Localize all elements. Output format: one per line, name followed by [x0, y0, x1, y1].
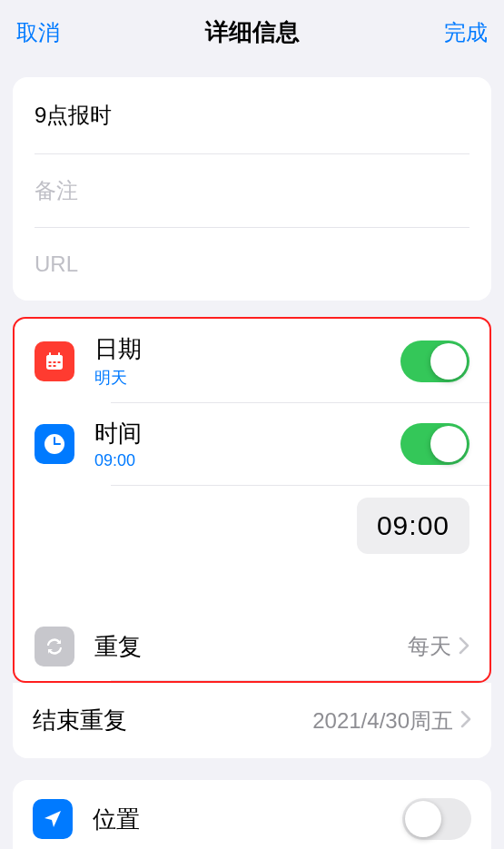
- repeat-row[interactable]: 重复 每天: [15, 614, 489, 681]
- blank-spacer: [15, 570, 489, 614]
- end-repeat-row[interactable]: 结束重复 2021/4/30周五: [13, 683, 491, 758]
- location-card: 位置: [13, 780, 491, 849]
- fields-card: 9点报时: [13, 77, 491, 301]
- notes-field-row: [35, 154, 469, 228]
- time-subtext: 09:00: [94, 451, 400, 470]
- time-toggle[interactable]: [400, 423, 469, 465]
- clock-icon: [35, 424, 74, 464]
- svg-rect-5: [54, 361, 56, 363]
- title-input[interactable]: 9点报时: [35, 101, 469, 130]
- location-label: 位置: [93, 804, 402, 835]
- repeat-label: 重复: [94, 631, 408, 663]
- time-row[interactable]: 时间 09:00: [15, 403, 489, 485]
- time-label: 时间: [94, 418, 400, 449]
- time-picker[interactable]: 09:00: [357, 498, 469, 554]
- date-label: 日期: [94, 333, 400, 365]
- notes-input[interactable]: [35, 178, 469, 203]
- date-subtext: 明天: [94, 367, 400, 389]
- cancel-button[interactable]: 取消: [16, 18, 60, 47]
- location-row[interactable]: 位置: [13, 780, 491, 849]
- repeat-icon: [35, 627, 74, 666]
- svg-rect-2: [49, 352, 51, 357]
- date-toggle[interactable]: [400, 341, 469, 382]
- url-field-row: [35, 228, 469, 301]
- time-picker-area: 09:00: [15, 485, 489, 570]
- schedule-card: 日期 明天 时间 09:00 09:00: [13, 317, 491, 683]
- svg-rect-3: [58, 352, 60, 357]
- svg-rect-7: [49, 365, 52, 367]
- end-repeat-label: 结束重复: [33, 705, 127, 736]
- calendar-icon: [35, 341, 74, 381]
- svg-rect-4: [49, 361, 52, 363]
- location-icon: [33, 799, 73, 839]
- svg-rect-6: [58, 361, 61, 363]
- title-field-row: 9点报时: [35, 77, 469, 154]
- page-title: 详细信息: [205, 16, 300, 48]
- chevron-right-icon: [459, 633, 469, 661]
- chevron-right-icon: [460, 706, 471, 735]
- date-row[interactable]: 日期 明天: [15, 319, 489, 403]
- svg-rect-1: [46, 355, 63, 360]
- repeat-value: 每天: [408, 632, 451, 661]
- location-toggle[interactable]: [402, 798, 471, 840]
- end-repeat-card: 结束重复 2021/4/30周五: [13, 683, 491, 758]
- done-button[interactable]: 完成: [444, 18, 488, 47]
- end-repeat-value: 2021/4/30周五: [312, 706, 453, 735]
- svg-rect-8: [54, 365, 56, 367]
- header: 取消 详细信息 完成: [0, 0, 504, 64]
- url-input[interactable]: [35, 252, 469, 277]
